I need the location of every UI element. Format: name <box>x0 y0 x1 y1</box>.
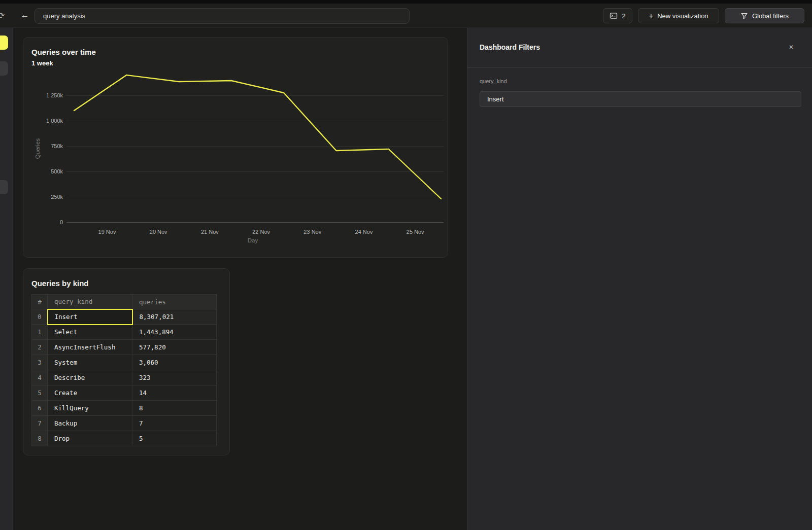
cell-query-kind[interactable]: Insert <box>48 309 132 325</box>
table-row: 3System3,060 <box>32 355 217 370</box>
cell-row-index[interactable]: 7 <box>32 416 48 431</box>
queries-by-kind-table: # query_kind queries 0Insert8,307,0211Se… <box>31 294 217 446</box>
cell-row-index[interactable]: 2 <box>32 340 48 355</box>
panel-divider <box>467 67 812 68</box>
back-button[interactable]: ← <box>19 10 30 21</box>
sidebar-tile-active[interactable] <box>0 36 8 50</box>
x-tick-label: 24 Nov <box>355 229 373 235</box>
left-sidebar <box>0 28 13 530</box>
dashboard-title-input[interactable] <box>35 8 410 24</box>
query-kind-filter-label: query_kind <box>480 78 507 84</box>
cell-queries[interactable]: 3,060 <box>132 355 217 370</box>
sidebar-tile[interactable] <box>0 61 8 76</box>
cell-queries[interactable]: 8,307,021 <box>132 309 217 325</box>
table-row: 7Backup7 <box>32 416 217 431</box>
table-row: 4Describe323 <box>32 370 217 385</box>
x-tick-label: 25 Nov <box>407 229 424 235</box>
y-tick-label: 250k <box>51 194 63 200</box>
table-header-row: # query_kind queries <box>32 295 217 309</box>
cell-queries[interactable]: 5 <box>132 431 217 446</box>
table-row: 1Select1,443,894 <box>32 325 217 340</box>
column-header-index: # <box>32 295 48 309</box>
y-axis-title: Queries <box>35 138 41 159</box>
cell-queries[interactable]: 323 <box>132 370 217 385</box>
console-count: 2 <box>622 12 625 20</box>
cell-query-kind[interactable]: KillQuery <box>48 401 132 416</box>
x-tick-label: 21 Nov <box>201 229 219 235</box>
close-icon[interactable]: ✕ <box>787 43 796 52</box>
dashboard-app: ⟳ ← 2 + New visualization Global filters <box>0 0 812 530</box>
column-header-queries: queries <box>132 295 217 309</box>
plus-icon: + <box>649 11 653 20</box>
x-tick-label: 19 Nov <box>98 229 116 235</box>
table-row: 5Create14 <box>32 385 217 401</box>
cell-query-kind[interactable]: AsyncInsertFlush <box>48 340 132 355</box>
queries-over-time-card: Queries over time 1 week 0250k500k750k1 … <box>23 37 448 258</box>
cell-row-index[interactable]: 5 <box>32 385 48 401</box>
cell-row-index[interactable]: 8 <box>32 431 48 446</box>
refresh-icon[interactable]: ⟳ <box>0 11 8 21</box>
cell-query-kind[interactable]: Select <box>48 325 132 340</box>
queries-by-kind-card: Queries by kind # query_kind queries 0In… <box>23 268 230 455</box>
cell-query-kind[interactable]: Describe <box>48 370 132 385</box>
table-row: 8Drop5 <box>32 431 217 446</box>
cell-query-kind[interactable]: Backup <box>48 416 132 431</box>
global-filters-label: Global filters <box>752 12 789 20</box>
cell-query-kind[interactable]: Drop <box>48 431 132 446</box>
x-axis-title: Day <box>248 237 258 243</box>
table-row: 0Insert8,307,021 <box>32 309 217 325</box>
sql-console-button[interactable]: 2 <box>603 8 632 23</box>
x-tick-label: 20 Nov <box>150 229 167 235</box>
table-row: 2AsyncInsertFlush577,820 <box>32 340 217 355</box>
x-tick-label: 23 Nov <box>303 229 321 235</box>
table-title: Queries by kind <box>31 279 89 288</box>
cell-row-index[interactable]: 1 <box>32 325 48 340</box>
cell-queries[interactable]: 7 <box>132 416 217 431</box>
cell-queries[interactable]: 1,443,894 <box>132 325 217 340</box>
cell-query-kind[interactable]: System <box>48 355 132 370</box>
funnel-icon <box>740 12 748 20</box>
y-tick-label: 500k <box>51 168 63 174</box>
cell-queries[interactable]: 8 <box>132 401 217 416</box>
topbar: ⟳ ← 2 + New visualization Global filters <box>0 4 812 28</box>
dashboard-filters-panel: Dashboard Filters ✕ query_kind <box>467 28 812 530</box>
cell-queries[interactable]: 14 <box>132 385 217 401</box>
cell-row-index[interactable]: 3 <box>32 355 48 370</box>
console-icon <box>610 12 618 20</box>
y-tick-label: 1 250k <box>46 92 63 98</box>
chart-subtitle: 1 week <box>31 59 53 67</box>
y-tick-label: 1 000k <box>46 118 63 124</box>
x-tick-label: 22 Nov <box>252 229 270 235</box>
series-queries-line[interactable] <box>74 75 441 199</box>
cell-row-index[interactable]: 6 <box>32 401 48 416</box>
query-kind-filter-input[interactable] <box>480 91 801 107</box>
cell-queries[interactable]: 577,820 <box>132 340 217 355</box>
filters-panel-title: Dashboard Filters <box>480 43 540 51</box>
global-filters-button[interactable]: Global filters <box>725 8 804 23</box>
cell-row-index[interactable]: 0 <box>32 309 48 325</box>
y-tick-label: 750k <box>51 143 63 149</box>
main-content: Queries over time 1 week 0250k500k750k1 … <box>14 28 467 530</box>
cell-row-index[interactable]: 4 <box>32 370 48 385</box>
y-tick-label: 0 <box>60 219 63 225</box>
new-visualization-button[interactable]: + New visualization <box>638 8 719 23</box>
column-header-query-kind: query_kind <box>48 295 132 309</box>
window-top-strip <box>0 0 812 4</box>
sidebar-tile[interactable] <box>0 180 8 194</box>
chart-title: Queries over time <box>31 48 96 56</box>
queries-line-chart[interactable]: 0250k500k750k1 000k1 250k19 Nov20 Nov21 … <box>23 68 448 246</box>
table-row: 6KillQuery8 <box>32 401 217 416</box>
new-visualization-label: New visualization <box>657 12 708 20</box>
cell-query-kind[interactable]: Create <box>48 385 132 401</box>
